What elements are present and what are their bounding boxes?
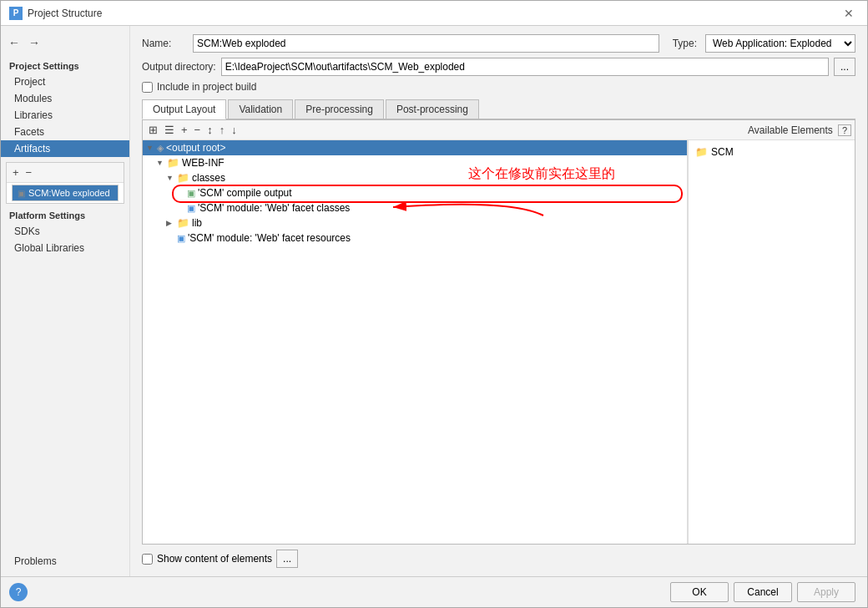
show-content-extra-button[interactable]: ... [276,550,298,568]
app-icon: P [9,7,23,20]
artifact-toolbar: + − [7,163,124,183]
project-structure-dialog: P Project Structure ✕ ← → Project Settin… [0,0,868,608]
artifact-item-scm-web[interactable]: ▣ SCM:Web exploded [12,185,119,201]
sort-button[interactable]: ↕ [204,122,215,138]
remove-node-button[interactable]: − [192,122,204,138]
back-button[interactable]: ← [6,34,23,51]
sidebar-item-problems[interactable]: Problems [1,553,129,570]
move-up-button[interactable]: ↑ [217,122,228,138]
output-directory-input[interactable] [221,58,829,76]
tree-node-classes[interactable]: ▼ 📁 classes [143,170,687,185]
type-select[interactable]: Web Application: Exploded [705,34,855,53]
artifact-icon: ▣ [18,189,25,198]
main-panel: Name: Type: Web Application: Exploded Ou… [130,26,867,576]
cancel-button[interactable]: Cancel [734,582,792,602]
apply-button[interactable]: Apply [797,582,855,602]
move-down-button[interactable]: ↓ [229,122,240,138]
help-button[interactable]: ? [9,583,28,601]
sidebar-item-global-libraries[interactable]: Global Libraries [1,240,129,256]
tabs-bar: Output Layout Validation Pre-processing … [142,99,855,119]
tree-content: ▼ ◈ <output root> ▼ 📁 WEB-INF ▼ [143,140,855,544]
name-row: Name: Type: Web Application: Exploded [142,34,855,53]
remove-artifact-button[interactable]: − [23,165,35,180]
name-input[interactable] [193,34,659,53]
tree-node-web-facet-resources[interactable]: ▣ 'SCM' module: 'Web' facet resources [143,231,687,246]
sidebar: ← → Project Settings Project Modules Lib… [1,26,130,576]
name-label: Name: [142,38,188,49]
folder-icon-lib: 📁 [177,217,189,229]
window-title: Project Structure [28,8,102,19]
sidebar-item-sdks[interactable]: SDKs [1,223,129,240]
scm-folder-icon: 📁 [695,146,708,158]
expand-icon: ▼ [146,144,154,152]
available-elements-header: Available Elements ? [748,124,851,136]
tree-node-lib[interactable]: ▶ 📁 lib [143,215,687,231]
show-icon-button[interactable]: ⊞ [146,122,160,138]
output-directory-row: Output directory: ... [142,58,855,76]
tab-output-layout[interactable]: Output Layout [142,99,226,119]
forward-button[interactable]: → [26,34,43,51]
sidebar-item-project[interactable]: Project [1,73,129,90]
ok-button[interactable]: OK [670,582,729,602]
tree-node-output-root[interactable]: ▼ ◈ <output root> [143,140,687,155]
include-checkbox[interactable] [142,82,153,93]
nav-toolbar: ← → [1,33,129,53]
project-settings-label: Project Settings [1,56,129,73]
sidebar-item-modules[interactable]: Modules [1,90,129,107]
module-icon: ▣ [187,203,195,214]
tree-node-web-facet-classes[interactable]: ▣ 'SCM' module: 'Web' facet classes [143,200,687,215]
add-artifact-button[interactable]: + [10,165,22,180]
browse-button[interactable]: ... [834,58,855,76]
show-content-label[interactable]: Show content of elements [157,553,272,565]
tree-panel: ⊞ ☰ + − ↕ ↑ ↓ Available Elements ? [142,119,855,545]
sidebar-item-facets[interactable]: Facets [1,124,129,140]
close-button[interactable]: ✕ [839,5,859,22]
help-icon[interactable]: ? [838,124,851,136]
sidebar-item-artifacts[interactable]: Artifacts [1,140,129,157]
folder-icon: 📁 [167,157,179,169]
type-label: Type: [673,38,697,49]
resources-icon: ▣ [177,233,185,244]
tree-right: 📁 SCM [688,140,855,544]
add-node-button[interactable]: + [179,122,190,138]
right-panel-item-scm[interactable]: 📁 SCM [692,144,851,160]
show-content-row: Show content of elements ... [142,545,855,568]
bottom-actions: OK Cancel Apply [670,582,855,602]
include-label[interactable]: Include in project build [157,81,256,93]
sidebar-item-libraries[interactable]: Libraries [1,107,129,124]
tree-left: ▼ ◈ <output root> ▼ 📁 WEB-INF ▼ [143,140,688,544]
show-content-checkbox[interactable] [142,554,153,565]
tree-node-compile-output[interactable]: ▣ 'SCM' compile output [143,185,687,200]
tab-pre-processing[interactable]: Pre-processing [295,99,384,119]
title-bar: P Project Structure ✕ [1,1,867,26]
output-directory-label: Output directory: [142,61,216,73]
artifact-list: + − ▣ SCM:Web exploded [6,162,124,204]
folder-icon-classes: 📁 [177,172,189,184]
platform-settings-label: Platform Settings [1,204,129,223]
footer: ? OK Cancel Apply [1,576,867,607]
root-icon: ◈ [157,143,164,154]
tab-validation[interactable]: Validation [228,99,293,119]
tab-post-processing[interactable]: Post-processing [386,99,479,119]
tree-view-button[interactable]: ☰ [162,122,177,138]
include-checkbox-row: Include in project build [142,81,855,93]
content-area: ← → Project Settings Project Modules Lib… [1,26,867,576]
tree-toolbar: ⊞ ☰ + − ↕ ↑ ↓ Available Elements ? [143,120,855,140]
compile-output-icon: ▣ [187,188,195,199]
tree-node-web-inf[interactable]: ▼ 📁 WEB-INF [143,155,687,170]
